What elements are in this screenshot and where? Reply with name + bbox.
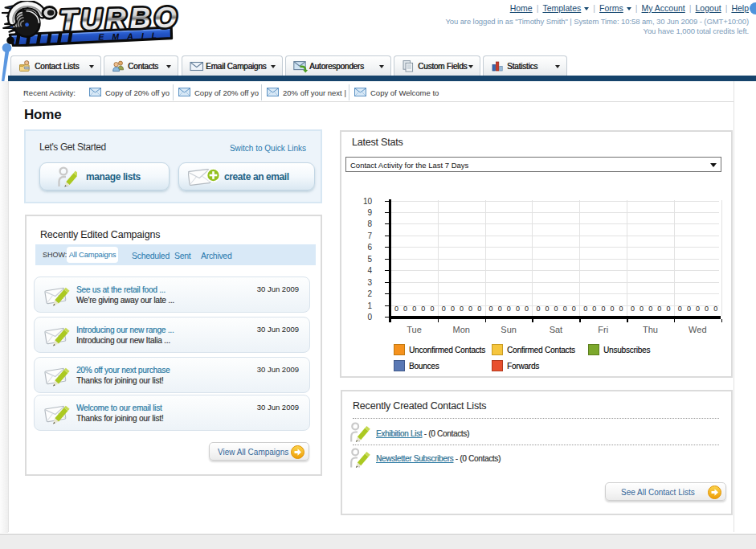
- svg-text:TURBO: TURBO: [59, 1, 177, 37]
